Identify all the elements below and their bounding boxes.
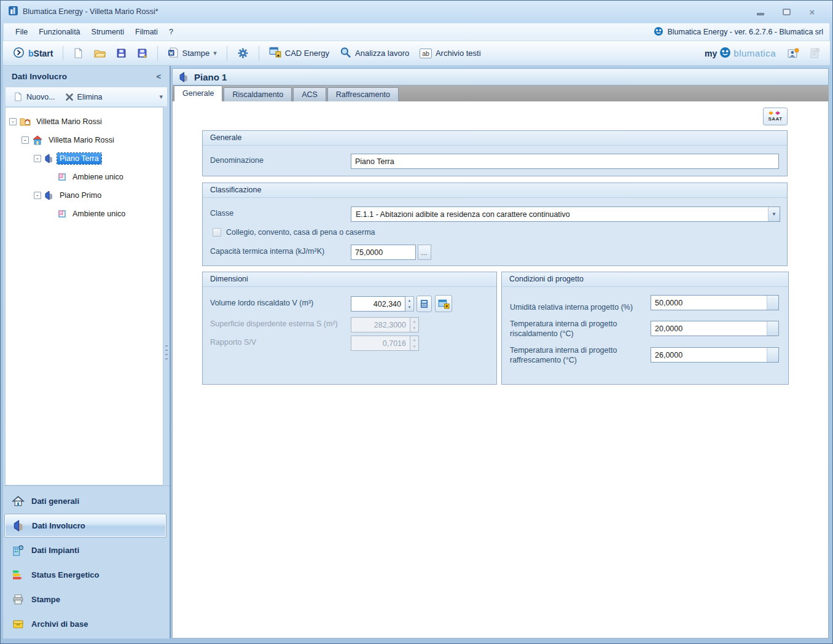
group-dimensioni: Dimensioni Volume lordo riscaldato V (m³… — [202, 272, 497, 385]
expander-icon[interactable]: - — [22, 136, 29, 144]
project-folder-icon — [20, 117, 31, 127]
volume-cad-button[interactable] — [435, 295, 452, 312]
version-info: Blumatica Energy - ver. 6.2.7.6 - Blumat… — [654, 26, 823, 38]
toolbar-separator — [259, 46, 259, 61]
expander-icon[interactable]: - — [34, 192, 41, 199]
menu-help[interactable]: ? — [163, 25, 179, 39]
sidebar-item-label: Status Energetico — [31, 570, 100, 579]
maximize-button[interactable] — [778, 6, 794, 17]
stampe-button[interactable]: Stampe ▾ — [164, 45, 220, 62]
sidebar-item-label: Archivi di base — [31, 619, 88, 629]
umidita-input[interactable] — [651, 296, 767, 310]
save-icon — [116, 48, 127, 58]
temp-raffrescamento-input[interactable] — [651, 348, 767, 362]
tree-node-project[interactable]: - Villetta Mario Rossi — [7, 112, 162, 131]
word-doc-icon — [168, 47, 178, 60]
tree-node-ambiente-2[interactable]: Ambiente unico — [7, 205, 162, 223]
capacita-ellipsis-button[interactable]: … — [418, 245, 431, 260]
tree-node-label[interactable]: Villetta Mario Rossi — [34, 116, 104, 127]
window-title: Blumatica Energy - Villetta Mario Rossi* — [23, 7, 158, 16]
elimina-button[interactable]: Elimina — [61, 91, 106, 103]
cad-energy-button[interactable]: CAD Energy — [265, 44, 333, 62]
superficie-label: Superficie disperdente esterna S (m²) — [210, 320, 338, 328]
maximize-icon — [783, 9, 791, 15]
splitter-grip[interactable] — [165, 345, 168, 361]
save-as-button[interactable] — [133, 45, 151, 61]
spin-up-icon: ▲ — [410, 318, 418, 325]
collegio-checkbox-label[interactable]: Collegio, convento, casa di pena o caser… — [226, 228, 375, 237]
bstart-button[interactable]: bStart — [9, 44, 57, 63]
spin-down-icon[interactable]: ▼ — [405, 304, 413, 312]
menu-strumenti[interactable]: Strumenti — [86, 25, 130, 39]
new-file-button[interactable] — [69, 45, 87, 61]
close-button[interactable]: × — [804, 6, 820, 17]
brand-my-label: my — [705, 49, 717, 58]
tree-node-label[interactable]: Villetta Mario Rossi — [46, 135, 117, 146]
tree-node-label[interactable]: Ambiente unico — [70, 208, 128, 219]
tree-toolbar-caret-icon[interactable]: ▾ — [159, 93, 163, 101]
menu-file[interactable]: File — [10, 25, 33, 39]
superficie-field-wrap — [351, 317, 410, 332]
my-blumatica-logo[interactable]: my blumatica — [705, 47, 776, 60]
toolbar-separator — [157, 46, 158, 61]
user-profile-button[interactable] — [784, 45, 803, 61]
saat-button[interactable]: SAAT — [763, 108, 788, 125]
menubar: File Funzionalità Strumenti Filmati ? Bl… — [3, 23, 830, 41]
save-button[interactable] — [112, 45, 130, 61]
cad-energy-icon — [269, 47, 281, 60]
volume-input[interactable] — [351, 297, 405, 311]
collapse-panel-icon[interactable]: < — [156, 72, 161, 81]
tree-node-piano-primo[interactable]: - Piano Primo — [7, 186, 162, 205]
sidebar-item-status-energetico[interactable]: Status Energetico — [4, 563, 166, 587]
delete-x-icon — [65, 93, 74, 101]
page-header: Piano 1 — [172, 68, 829, 85]
sidebar-item-dati-impianti[interactable]: Dati Impianti — [4, 538, 166, 562]
tab-acs[interactable]: ACS — [293, 87, 326, 101]
umidita-side-button[interactable] — [767, 296, 778, 310]
minimize-icon — [757, 13, 764, 15]
expander-icon[interactable]: - — [9, 118, 17, 125]
sidebar-item-archivi-di-base[interactable]: Archivi di base — [4, 612, 166, 636]
denominazione-input[interactable] — [351, 154, 778, 168]
tree-node-ambiente-1[interactable]: Ambiene unico — [7, 168, 162, 186]
spin-up-icon[interactable]: ▲ — [405, 297, 413, 304]
cad-energy-label: CAD Energy — [285, 49, 329, 58]
expander-icon[interactable]: - — [34, 155, 41, 162]
temp-raffrescamento-side-button[interactable] — [767, 348, 778, 362]
collegio-checkbox[interactable] — [213, 228, 221, 237]
temp-riscaldamento-side-button[interactable] — [767, 321, 778, 336]
classe-dropdown-arrow-icon[interactable]: ▼ — [768, 207, 780, 221]
tree-node-label-selected[interactable]: Piano Terra — [57, 153, 101, 164]
tree-toolbar: Nuovo... Elimina ▾ — [5, 87, 168, 107]
capacita-input[interactable] — [351, 245, 415, 259]
tree-node-label[interactable]: Piano Primo — [57, 190, 104, 201]
superficie-spinner: ▲ ▼ — [410, 317, 419, 332]
volume-calculator-button[interactable] — [416, 296, 432, 312]
tab-raffrescamento[interactable]: Raffrescamento — [327, 87, 399, 101]
settings-button[interactable] — [233, 45, 252, 61]
menu-filmati[interactable]: Filmati — [130, 25, 163, 39]
open-file-button[interactable] — [90, 45, 109, 61]
tab-generale[interactable]: Generale — [174, 85, 222, 101]
tree-node-building[interactable]: - Villetta Mario Rossi — [7, 131, 162, 149]
analizza-lavoro-button[interactable]: Analizza lavoro — [336, 44, 413, 63]
gear-icon — [237, 47, 249, 59]
tab-riscaldamento[interactable]: Riscaldamento — [224, 87, 292, 101]
sidebar-item-dati-involucro[interactable]: Dati Involucro — [4, 514, 166, 538]
elimina-label: Elimina — [77, 93, 103, 101]
capacita-field-wrap — [351, 245, 416, 260]
temp-riscaldamento-field-wrap — [651, 321, 779, 336]
minimize-button[interactable] — [753, 6, 768, 17]
magnifier-icon — [340, 47, 351, 60]
saat-label: SAAT — [768, 117, 782, 122]
temp-riscaldamento-input[interactable] — [651, 321, 767, 336]
tree-node-label[interactable]: Ambiene unico — [70, 171, 126, 183]
sidebar-item-dati-generali[interactable]: Dati generali — [4, 489, 166, 513]
volume-spinner[interactable]: ▲ ▼ — [405, 296, 414, 312]
classe-dropdown[interactable]: E.1.1 - Abitazioni adibite a residenza c… — [351, 206, 780, 222]
archivio-testi-button[interactable]: ab Archivio testi — [416, 46, 484, 61]
tree-node-piano-terra[interactable]: - Piano Terra — [7, 149, 162, 168]
nuovo-button[interactable]: Nuovo... — [10, 90, 59, 103]
sidebar-item-stampe[interactable]: Stampe — [4, 587, 166, 611]
menu-funzionalita[interactable]: Funzionalità — [33, 25, 85, 39]
